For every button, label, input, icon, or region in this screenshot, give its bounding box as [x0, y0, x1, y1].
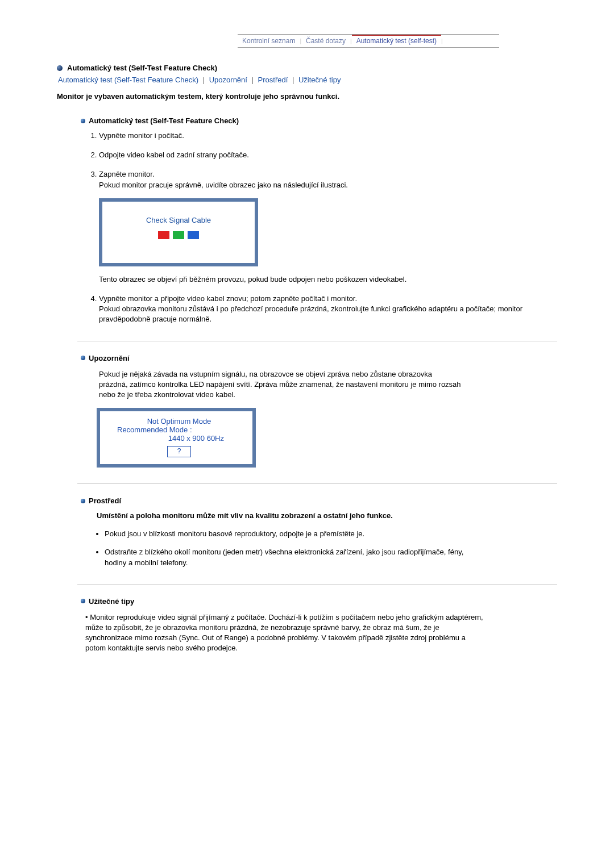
- step-3: Zapněte monitor. Pokud monitor pracuje s…: [99, 169, 557, 285]
- bullet-icon: [81, 356, 85, 360]
- env-item-1: Pokud jsou v blízkosti monitoru basové r…: [105, 529, 468, 539]
- ill-button: ?: [167, 446, 191, 457]
- illustration-not-optimum: Not Optimum Mode Recommended Mode : 1440…: [97, 408, 256, 468]
- tab-faq[interactable]: Časté dotazy: [301, 35, 350, 47]
- anchor-environment[interactable]: Prostředí: [258, 76, 288, 84]
- step-3-note: Tento obrazec se objeví při běžném provo…: [99, 275, 406, 283]
- bullet-icon: [57, 65, 63, 71]
- separator: |: [250, 76, 256, 84]
- tab-selftest[interactable]: Automatický test (self-test): [352, 35, 441, 47]
- ill-line-1: Not Optimum Mode: [117, 417, 241, 425]
- env-item-2: Odstraňte z blízkého okolí monitoru (jed…: [105, 547, 468, 567]
- divider: [77, 483, 557, 484]
- ill-line-2: Recommended Mode :: [117, 425, 241, 434]
- step-3-line1: Zapněte monitor.: [99, 170, 155, 178]
- separator: |: [201, 76, 207, 84]
- step-4-line2: Pokud obrazovka monitoru zůstává i po př…: [99, 304, 522, 323]
- bullet-icon: [81, 599, 85, 603]
- illustration-check-signal: Check Signal Cable: [99, 198, 258, 266]
- divider: [77, 341, 557, 341]
- section-title-tips: Užitečné tipy: [89, 597, 134, 606]
- illustration-text: Check Signal Cable: [146, 215, 211, 226]
- environment-intro: Umístění a poloha monitoru může mít vliv…: [97, 511, 449, 521]
- divider: [77, 584, 557, 585]
- section-title-warning: Upozornění: [89, 354, 130, 362]
- section-title-selftest: Automatický test (Self-Test Feature Chec…: [89, 116, 239, 125]
- anchor-nav: Automatický test (Self-Test Feature Chec…: [58, 76, 557, 84]
- tab-checklist[interactable]: Kontrolní seznam: [238, 35, 300, 47]
- warning-body: Pokud je nějaká závada na vstupním signá…: [99, 369, 463, 400]
- page-title: Automatický test (Self-Test Feature Chec…: [67, 64, 217, 72]
- bullet-icon: [81, 119, 85, 123]
- step-2: Odpojte video kabel od zadní strany počí…: [99, 150, 557, 160]
- anchor-warning[interactable]: Upozornění: [209, 76, 247, 84]
- section-title-environment: Prostředí: [89, 496, 121, 505]
- bullet-icon: [81, 499, 85, 503]
- step-3-line2: Pokud monitor pracuje správně, uvidíte o…: [99, 181, 348, 189]
- steps-list: Vypněte monitor i počítač. Odpojte video…: [89, 131, 557, 325]
- square-red: [158, 231, 169, 239]
- intro-text: Monitor je vybaven automatickým testem, …: [57, 92, 557, 101]
- anchor-tips[interactable]: Užitečné tipy: [298, 76, 341, 84]
- square-blue: [188, 231, 199, 239]
- step-4: Vypněte monitor a připojte video kabel z…: [99, 294, 557, 325]
- tips-body: Monitor reprodukuje video signál přijíma…: [85, 612, 483, 654]
- environment-list: Pokud jsou v blízkosti monitoru basové r…: [97, 529, 468, 568]
- square-green: [173, 231, 184, 239]
- step-1: Vypněte monitor i počítač.: [99, 131, 557, 141]
- tabs: Kontrolní seznam | Časté dotazy | Automa…: [238, 34, 499, 48]
- tab-separator: |: [441, 38, 443, 44]
- ill-line-3: 1440 x 900 60Hz: [117, 434, 241, 443]
- anchor-selftest[interactable]: Automatický test (Self-Test Feature Chec…: [58, 76, 198, 84]
- step-4-line1: Vypněte monitor a připojte video kabel z…: [99, 294, 357, 303]
- separator: |: [290, 76, 296, 84]
